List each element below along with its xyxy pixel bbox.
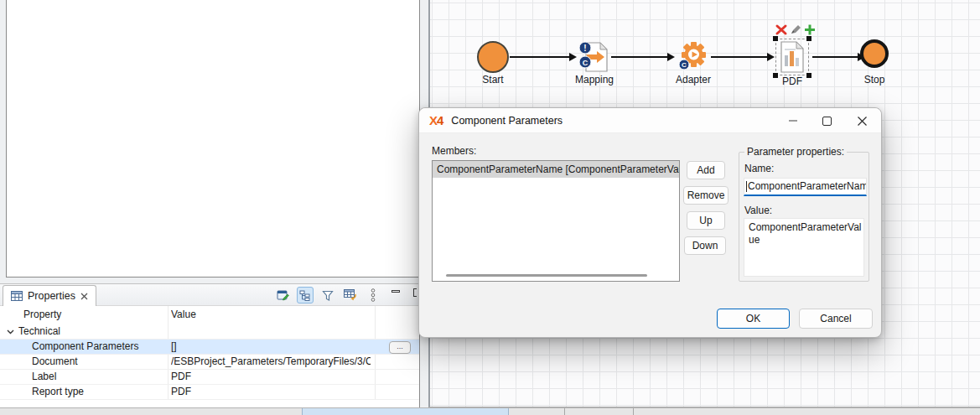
connector-arrowhead [767, 53, 775, 61]
selection-handle[interactable] [806, 36, 811, 41]
mapping-icon: ! C [578, 40, 610, 74]
node-mapping-label: Mapping [561, 74, 628, 86]
remove-button[interactable]: Remove [683, 186, 729, 205]
filter-funnel-icon [322, 290, 334, 301]
add-button[interactable]: Add [687, 161, 725, 179]
vertical-dots-icon [370, 288, 376, 302]
show-categories-button[interactable] [297, 287, 314, 303]
parameter-properties-legend: Parameter properties: [744, 146, 847, 158]
chevron-down-icon[interactable] [7, 329, 14, 335]
node-action-toolbar [773, 23, 815, 37]
filter-button[interactable] [319, 287, 336, 303]
tree-hierarchy-icon [299, 290, 311, 301]
text-caret [746, 181, 747, 192]
pin-view-button[interactable] [274, 287, 291, 303]
column-header-value: Value [171, 306, 196, 323]
name-input[interactable]: ComponentParameterName [744, 178, 867, 196]
table-icon [11, 291, 23, 301]
svg-text:C: C [682, 61, 687, 69]
minimize-icon [391, 290, 400, 293]
open-editor-button[interactable]: ... [389, 341, 411, 354]
node-pdf-label: PDF [759, 75, 826, 88]
window-controls [789, 108, 868, 133]
connector-line [711, 56, 768, 58]
add-icon[interactable] [803, 23, 817, 36]
property-row-technical[interactable]: Technical [0, 324, 419, 340]
table-restore-icon [344, 289, 357, 301]
node-start[interactable] [477, 41, 509, 73]
node-adapter-label: Adapter [660, 74, 727, 86]
maximize-window-icon[interactable] [822, 117, 832, 126]
tab-properties[interactable]: Properties [3, 285, 96, 306]
connector-arrowhead [569, 53, 577, 61]
svg-text:C: C [583, 59, 589, 67]
trim-separator [633, 408, 634, 415]
bottom-trim-bar [0, 407, 980, 415]
properties-tabbar: Properties [0, 284, 419, 306]
minimize-window-icon[interactable] [789, 120, 797, 122]
node-mapping[interactable]: ! C [578, 40, 610, 74]
view-menu-button[interactable] [365, 287, 381, 303]
property-row-report-type[interactable]: Report type PDF [0, 385, 419, 400]
editor-panel[interactable] [6, 0, 420, 278]
node-adapter[interactable]: C [677, 39, 710, 75]
value-label: Value: [744, 205, 772, 216]
horizontal-scrollbar[interactable] [446, 274, 647, 277]
trim-separator [564, 408, 565, 415]
connector-line [812, 56, 858, 58]
delete-icon[interactable] [775, 23, 788, 36]
restore-default-button[interactable] [342, 287, 359, 303]
members-list[interactable]: ComponentParameterName [ComponentParamet… [432, 160, 680, 282]
minimize-view-button[interactable] [387, 287, 404, 303]
pdf-report-icon [779, 40, 806, 74]
dialog-title: Component Parameters [451, 115, 563, 127]
connector-line [611, 56, 668, 58]
down-button[interactable]: Down [684, 236, 726, 255]
name-label: Name: [744, 163, 774, 174]
adapter-icon: C [677, 39, 710, 75]
x4-logo: X4 [429, 113, 443, 127]
tab-properties-label: Properties [28, 290, 75, 302]
cancel-button[interactable]: Cancel [799, 309, 873, 329]
member-list-item[interactable]: ComponentParameterName [ComponentParamet… [433, 161, 679, 178]
property-row-label[interactable]: Label PDF [0, 370, 419, 385]
connector-arrowhead [667, 53, 675, 61]
node-stop-label: Stop [849, 74, 900, 86]
properties-table-header: Property Value [0, 306, 419, 323]
members-label: Members: [432, 145, 476, 157]
selection-handle[interactable] [773, 36, 778, 41]
pin-note-icon [277, 289, 289, 301]
close-tab-icon[interactable] [80, 293, 88, 300]
dialog-titlebar[interactable]: X4 Component Parameters [419, 108, 881, 133]
component-parameters-dialog: X4 Component Parameters Members: Compone… [418, 107, 882, 338]
node-start-label: Start [468, 74, 518, 86]
property-row-document[interactable]: Document /ESBProject_Parameters/Temporar… [0, 355, 419, 370]
bottom-trim-selected-segment[interactable] [302, 408, 509, 415]
maximize-icon [413, 288, 417, 297]
ok-button[interactable]: OK [717, 309, 790, 329]
application-window: Start ! C Mapping [0, 0, 980, 415]
properties-view: Properties [0, 283, 420, 407]
properties-toolbar [274, 287, 417, 303]
up-button[interactable]: Up [687, 211, 725, 230]
node-stop[interactable] [860, 39, 889, 68]
close-window-icon[interactable] [857, 116, 868, 127]
column-header-property: Property [23, 306, 61, 323]
edit-pencil-icon[interactable] [789, 23, 802, 36]
node-pdf[interactable] [779, 40, 806, 74]
parameter-properties-group: Parameter properties: Name: ComponentPar… [739, 152, 869, 282]
value-textarea[interactable]: ComponentParameterValue [744, 218, 864, 277]
property-row-component-parameters[interactable]: Component Parameters [] ... [0, 340, 419, 355]
svg-text:!: ! [583, 44, 586, 53]
maximize-view-button[interactable] [410, 287, 417, 303]
connector-line [510, 56, 570, 58]
